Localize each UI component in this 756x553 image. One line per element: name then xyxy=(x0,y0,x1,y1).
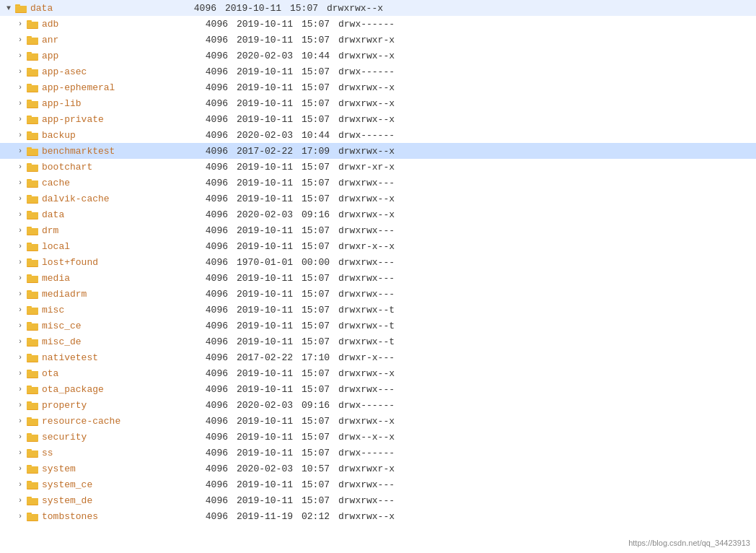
tree-row-adb[interactable]: › adb40962019-10-1115:07drwx------ xyxy=(0,16,756,32)
tree-row-resource-cache[interactable]: › resource-cache40962019-10-1115:07drwxr… xyxy=(0,413,756,429)
tree-row-local[interactable]: › local40962019-10-1115:07drwxr-x--x xyxy=(0,238,756,254)
tree-row-property[interactable]: › property40962020-02-0309:16drwx------ xyxy=(0,397,756,413)
expand-app-private[interactable]: › xyxy=(14,113,26,125)
tree-row-app-ephemeral[interactable]: › app-ephemeral40962019-10-1115:07drwxrw… xyxy=(0,79,756,95)
expand-nativetest[interactable]: › xyxy=(14,352,26,363)
expand-resource-cache[interactable]: › xyxy=(14,415,26,427)
file-date-mediadrm: 2019-10-11 xyxy=(237,289,302,300)
file-time-system_ce: 15:07 xyxy=(302,479,338,490)
folder-icon-drm xyxy=(26,225,39,235)
tree-row-media[interactable]: › media40962019-10-1115:07drwxrwx--- xyxy=(0,270,756,286)
folder-icon-dalvik-cache xyxy=(26,193,39,204)
file-time-bootchart: 15:07 xyxy=(302,162,338,173)
file-name-tombstones: tombstones xyxy=(42,511,201,522)
tree-row-misc[interactable]: › misc40962019-10-1115:07drwxrwx--t xyxy=(0,302,756,318)
tree-row-security[interactable]: › security40962019-10-1115:07drwx--x--x xyxy=(0,429,756,445)
tree-row-system_de[interactable]: › system_de40962019-10-1115:07drwxrwx--- xyxy=(0,492,756,508)
tree-row-dalvik-cache[interactable]: › dalvik-cache40962019-10-1115:07drwxrwx… xyxy=(0,191,756,206)
file-date-system: 2020-02-03 xyxy=(237,463,302,474)
file-time-lost+found: 00:00 xyxy=(302,257,338,268)
tree-row-system_ce[interactable]: › system_ce40962019-10-1115:07drwxrwx--- xyxy=(0,476,756,492)
expand-ota_package[interactable]: › xyxy=(14,383,26,395)
tree-row-data[interactable]: › data40962020-02-0309:16drwxrwx--x xyxy=(0,206,756,222)
expand-data[interactable]: › xyxy=(14,209,26,220)
expand-adb[interactable]: › xyxy=(14,18,26,30)
file-date-app-private: 2019-10-11 xyxy=(237,114,302,125)
tree-row-app-private[interactable]: › app-private40962019-10-1115:07drwxrwx-… xyxy=(0,111,756,127)
file-date-app-ephemeral: 2019-10-11 xyxy=(237,82,302,93)
tree-row-ss[interactable]: › ss40962019-10-1115:07drwx------ xyxy=(0,445,756,461)
svg-rect-53 xyxy=(27,276,38,282)
tree-row-system[interactable]: › system40962020-02-0310:57drwxrwxr-x xyxy=(0,461,756,476)
expand-dalvik-cache[interactable]: › xyxy=(14,193,26,204)
file-size-benchmarktest: 4096 xyxy=(201,146,237,157)
expand-cache[interactable]: › xyxy=(14,177,26,188)
expand-property[interactable]: › xyxy=(14,399,26,411)
expand-system_ce[interactable]: › xyxy=(14,479,26,490)
file-size-media: 4096 xyxy=(201,273,237,284)
tree-row-lost+found[interactable]: › lost+found40961970-01-0100:00drwxrwx--… xyxy=(0,254,756,270)
folder-icon-app-private xyxy=(26,114,39,124)
expand-app-ephemeral[interactable]: › xyxy=(14,82,26,93)
tree-row-drm[interactable]: › drm40962019-10-1115:07drwxrwx--- xyxy=(0,222,756,238)
tree-row-benchmarktest[interactable]: › benchmarktest40962017-02-2217:09drwxrw… xyxy=(0,143,756,159)
expand-security[interactable]: › xyxy=(14,431,26,443)
expand-app-asec[interactable]: › xyxy=(14,66,26,77)
expand-tombstones[interactable]: › xyxy=(14,510,26,522)
expand-system[interactable]: › xyxy=(14,463,26,474)
expand-misc_ce[interactable]: › xyxy=(14,320,26,331)
file-perms-dalvik-cache: drwxrwx--x xyxy=(338,193,395,204)
folder-icon-data xyxy=(26,209,39,219)
tree-row-misc_de[interactable]: › misc_de40962019-10-1115:07drwxrwx--t xyxy=(0,334,756,349)
expand-ss[interactable]: › xyxy=(14,447,26,458)
expand-anr[interactable]: › xyxy=(14,34,26,45)
expand-ota[interactable]: › xyxy=(14,367,26,379)
expand-bootchart[interactable]: › xyxy=(14,161,26,173)
expand-media[interactable]: › xyxy=(14,272,26,284)
tree-row-ota_package[interactable]: › ota_package40962019-10-1115:07drwxrwx-… xyxy=(0,381,756,397)
tree-row-tombstones[interactable]: › tombstones40962019-11-1902:12drwxrwx--… xyxy=(0,508,756,524)
tree-row-cache[interactable]: › cache40962019-10-1115:07drwxrwx--- xyxy=(0,175,756,191)
file-perms-security: drwx--x--x xyxy=(338,432,395,443)
file-date-media: 2019-10-11 xyxy=(237,273,302,284)
expand-app[interactable]: › xyxy=(14,50,26,61)
tree-row-root[interactable]: ▼ data 4096 2019-10-11 15:07 drwxrwx--x xyxy=(0,0,756,16)
file-tree: ▼ data 4096 2019-10-11 15:07 drwxrwx--x … xyxy=(0,0,756,524)
file-size-system_ce: 4096 xyxy=(201,479,237,490)
expand-backup[interactable]: › xyxy=(14,129,26,141)
expand-system_de[interactable]: › xyxy=(14,495,26,506)
tree-row-misc_ce[interactable]: › misc_ce40962019-10-1115:07drwxrwx--t xyxy=(0,318,756,334)
folder-icon-ss xyxy=(26,448,39,458)
file-time-misc_de: 15:07 xyxy=(302,336,338,347)
tree-row-app[interactable]: › app40962020-02-0310:44drwxrwx--x xyxy=(0,48,756,64)
file-date-app-lib: 2019-10-11 xyxy=(237,98,302,109)
file-date-tombstones: 2019-11-19 xyxy=(237,511,302,522)
tree-row-app-asec[interactable]: › app-asec40962019-10-1115:07drwx------ xyxy=(0,64,756,79)
file-name-app-asec: app-asec xyxy=(42,66,201,77)
file-name-mediadrm: mediadrm xyxy=(42,289,201,300)
expand-local[interactable]: › xyxy=(14,240,26,252)
tree-row-anr[interactable]: › anr40962019-10-1115:07drwxrwxr-x xyxy=(0,32,756,48)
folder-icon-media xyxy=(26,273,39,283)
expand-drm[interactable]: › xyxy=(14,225,26,236)
tree-row-bootchart[interactable]: › bootchart40962019-10-1115:07drwxr-xr-x xyxy=(0,159,756,175)
tree-row-ota[interactable]: › ota40962019-10-1115:07drwxrwx--x xyxy=(0,365,756,381)
tree-row-app-lib[interactable]: › app-lib40962019-10-1115:07drwxrwx--x xyxy=(0,95,756,111)
file-date-ota: 2019-10-11 xyxy=(237,368,302,379)
expand-app-lib[interactable]: › xyxy=(14,97,26,109)
file-time-adb: 15:07 xyxy=(302,19,338,30)
expand-misc_de[interactable]: › xyxy=(14,336,26,347)
expand-misc[interactable]: › xyxy=(14,304,26,315)
expand-mediadrm[interactable]: › xyxy=(14,288,26,300)
expand-root[interactable]: ▼ xyxy=(3,2,14,14)
folder-icon-app-asec xyxy=(26,66,39,77)
tree-row-nativetest[interactable]: › nativetest40962017-02-2217:10drwxr-x--… xyxy=(0,349,756,365)
folder-icon-root xyxy=(14,3,27,13)
tree-row-mediadrm[interactable]: › mediadrm40962019-10-1115:07drwxrwx--- xyxy=(0,286,756,302)
svg-rect-74 xyxy=(27,387,38,393)
tree-row-backup[interactable]: › backup40962020-02-0310:44drwx------ xyxy=(0,127,756,143)
expand-benchmarktest[interactable]: › xyxy=(14,145,26,157)
file-time-property: 09:16 xyxy=(302,400,338,411)
expand-lost+found[interactable]: › xyxy=(14,256,26,268)
file-time-misc_ce: 15:07 xyxy=(302,321,338,331)
